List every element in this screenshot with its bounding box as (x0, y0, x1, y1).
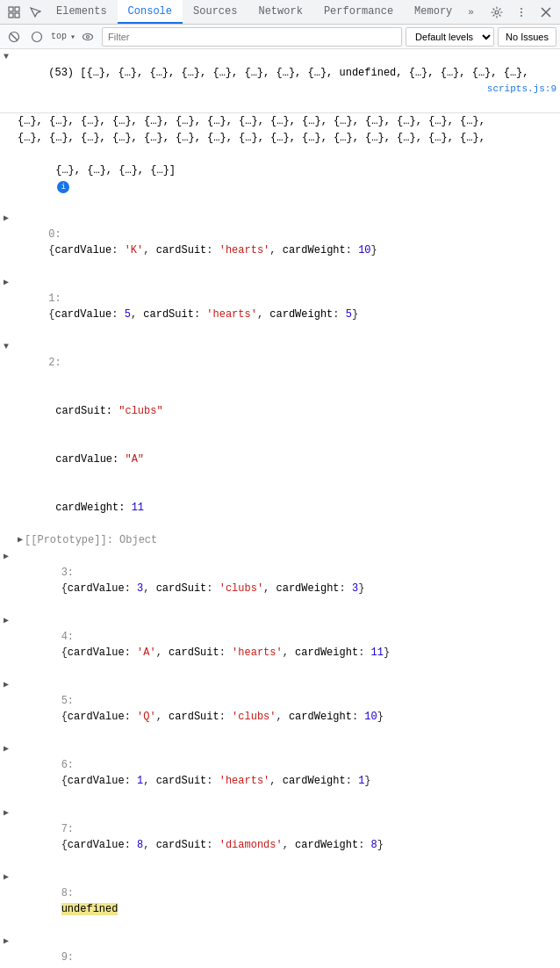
item-arrow[interactable] (4, 339, 9, 355)
tab-bar: Elements Console Sources Network Perform… (0, 0, 560, 25)
expanded-prop-suit: cardSuit: "clubs" (0, 387, 560, 436)
list-item: 3: {cardValue: 3, cardSuit: 'clubs', car… (0, 549, 560, 613)
context-label: top (49, 32, 68, 41)
item-arrow[interactable] (4, 677, 9, 693)
main-tabs: Elements Console Sources Network Perform… (46, 0, 479, 24)
item-arrow[interactable] (4, 741, 9, 757)
svg-point-7 (521, 15, 522, 17)
console-action-icons: top ▾ (4, 26, 98, 47)
array-header-line4: {…}, {…}, {…}, {…}] i (0, 147, 560, 211)
list-item: 6: {cardValue: 1, cardSuit: 'hearts', ca… (0, 741, 560, 805)
svg-rect-0 (9, 7, 13, 11)
list-item: 1: {cardValue: 5, cardSuit: 'hearts', ca… (0, 275, 560, 339)
expanded-prop-weight: cardWeight: 11 (0, 484, 560, 532)
tab-memory[interactable]: Memory (404, 0, 463, 24)
list-item: 9: {cardValue: 'A', cardSuit: 'spades', … (0, 934, 560, 968)
tab-console[interactable]: Console (118, 0, 183, 24)
svg-point-5 (521, 8, 522, 10)
expanded-prototype: [[Prototype]]: Object (0, 532, 560, 549)
svg-point-11 (87, 35, 90, 38)
items-container: 3: {cardValue: 3, cardSuit: 'clubs', car… (0, 549, 560, 968)
list-item: 8: undefined (0, 870, 560, 934)
expanded-prop-value: cardValue: "A" (0, 436, 560, 484)
item-arrow[interactable] (4, 870, 9, 885)
svg-rect-2 (9, 13, 13, 18)
settings-icon[interactable] (486, 2, 507, 23)
default-levels-select[interactable]: Default levels (406, 27, 494, 47)
tab-elements[interactable]: Elements (46, 0, 118, 24)
list-item: 7: {cardValue: 8, cardSuit: 'diamonds', … (0, 805, 560, 870)
filter-input[interactable] (102, 27, 402, 47)
array-header-line2: {…}, {…}, {…}, {…}, {…}, {…}, {…}, {…}, … (0, 113, 560, 130)
ban-icon[interactable] (4, 26, 25, 47)
item-arrow[interactable] (4, 805, 9, 821)
close-icon[interactable] (535, 2, 556, 23)
item-arrow[interactable] (4, 275, 9, 291)
tab-sources[interactable]: Sources (183, 0, 248, 24)
proto-arrow[interactable] (18, 532, 23, 548)
svg-point-9 (32, 32, 42, 41)
item-arrow[interactable] (4, 211, 9, 227)
item-arrow[interactable] (4, 549, 9, 565)
info-icon[interactable]: i (57, 181, 69, 193)
no-issues-button[interactable]: No Issues (498, 27, 556, 47)
array-header-line: (53) [{…}, {…}, {…}, {…}, {…}, {…}, {…},… (0, 49, 560, 113)
list-item: 0: {cardValue: 'K', cardSuit: 'hearts', … (0, 211, 560, 275)
list-item: 4: {cardValue: 'A', cardSuit: 'hearts', … (0, 613, 560, 677)
console-output: (53) [{…}, {…}, {…}, {…}, {…}, {…}, {…},… (0, 49, 560, 968)
inspect-icon[interactable] (4, 2, 25, 23)
tab-performance[interactable]: Performance (313, 0, 404, 24)
eye-icon[interactable] (77, 26, 98, 47)
tabs-more-button[interactable]: » (463, 0, 479, 24)
item-arrow[interactable] (4, 934, 9, 950)
more-icon[interactable] (511, 2, 532, 23)
array-header-line3: {…}, {…}, {…}, {…}, {…}, {…}, {…}, {…}, … (0, 130, 560, 147)
stop-icon[interactable] (26, 26, 47, 47)
file-link[interactable]: scripts.js:9 (487, 81, 556, 97)
context-chevron[interactable]: ▾ (70, 32, 75, 42)
svg-rect-3 (15, 13, 19, 18)
list-item: 5: {cardValue: 'Q', cardSuit: 'clubs', c… (0, 677, 560, 741)
tab-network[interactable]: Network (248, 0, 312, 24)
svg-point-4 (495, 11, 499, 14)
svg-point-10 (83, 33, 93, 40)
array-collapse-arrow[interactable] (4, 49, 9, 65)
cursor-icon[interactable] (25, 2, 46, 23)
svg-rect-1 (15, 7, 19, 11)
item-arrow[interactable] (4, 613, 9, 629)
list-item-expanded-header: 2: (0, 339, 560, 387)
svg-point-6 (521, 11, 522, 13)
console-toolbar: top ▾ Default levels No Issues (0, 25, 560, 49)
